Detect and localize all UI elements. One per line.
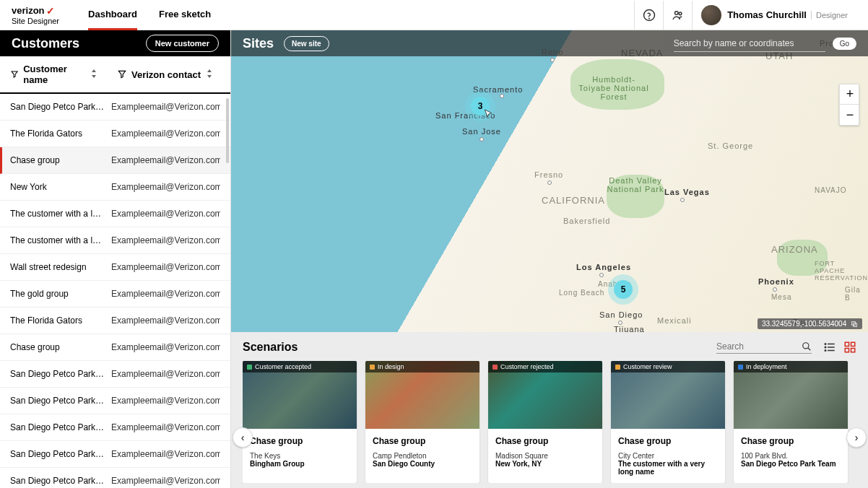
scenario-card[interactable]: Customer rejectedChase groupMadison Squa… [488,361,602,483]
scenario-card[interactable]: Customer acceptedChase groupThe KeysBing… [243,361,357,483]
customer-row[interactable]: Chase groupExampleemail@Verizon.com [0,147,230,174]
new-customer-button[interactable]: New customer [146,35,219,52]
scenario-title: Chase group [618,436,718,446]
sites-search-input[interactable] [674,35,825,52]
customer-name: San Diego Petco Park team [10,422,111,432]
help-icon [643,9,656,22]
nav-tab-dashboard[interactable]: Dashboard [88,0,137,30]
team-button[interactable] [663,1,692,30]
scenario-status: In deployment [734,361,848,372]
customer-row[interactable]: The Florida GatorsExampleemail@Verizon.c… [0,308,230,334]
coordinates-badge: 33.3245579,-100.5634004 [758,318,862,329]
map-label: Los Angeles [576,263,631,271]
scenarios-search-input[interactable] [716,341,796,352]
customer-email: Exampleemail@Verizon.com [111,476,220,486]
brand-name: verizon [12,5,45,16]
city-dot [550,58,555,62]
customer-name: The gold group [10,289,111,299]
scenarios-next-button[interactable]: › [846,427,867,448]
scenarios-search[interactable] [716,341,812,354]
customer-email: Exampleemail@Verizon.com [111,128,220,139]
customer-row[interactable]: San Diego Petco Park teamExampleemail@Ve… [0,441,230,468]
nav-tab-freesketch[interactable]: Free sketch [159,0,211,30]
customer-row[interactable]: The customer with a long nam...Exampleem… [0,201,230,227]
scenarios-prev-button[interactable]: ‹ [233,427,253,448]
map-canvas[interactable]: Reno NEVADA UTAH Provo Sacramento San Fr… [231,30,868,332]
customer-email: Exampleemail@Verizon.com [111,102,220,112]
zoom-controls: + − [839,84,859,126]
customer-row[interactable]: The customer with a long nam...Exampleem… [0,227,230,254]
avatar [701,5,721,25]
customer-row[interactable]: San Diego Petco Park teamExampleemail@Ve… [0,94,230,121]
map-label: Phoenix [758,277,794,286]
map-cluster[interactable]: 5 [614,280,633,299]
customer-row[interactable]: San Diego Petco Park teamExampleemail@Ve… [0,361,230,388]
scenario-customer: San Diego County [373,460,472,468]
scenarios-title: Scenarios [243,341,298,354]
filter-verizon-contact[interactable]: Verizon contact [107,56,230,92]
list-view-button[interactable] [823,341,836,354]
scenario-title: Chase group [495,436,595,446]
sidebar-title: Customers [12,36,146,51]
filter-row: Customer name Verizon contact [0,56,230,94]
customer-name: San Diego Petco Park team [10,396,111,406]
svg-point-3 [679,12,682,14]
filter-icon [10,69,19,79]
copy-icon[interactable] [851,321,858,328]
customer-row[interactable]: San Diego Petco Park teamExampleemail@Ve… [0,468,230,488]
customer-row[interactable]: The Florida GatorsExampleemail@Verizon.c… [0,121,230,147]
customer-name: The Florida Gators [10,315,111,326]
map-label: ARIZONA [771,244,818,255]
svg-point-10 [825,344,826,345]
map-label: Bakersfield [563,217,610,225]
customer-row[interactable]: Wall street redesignExampleemail@Verizon… [0,254,230,281]
scenario-card[interactable]: Customer reviewChase groupCity CenterThe… [611,361,725,483]
scenario-customer: The customer with a very long name [618,460,718,476]
scenario-status: Customer review [611,361,725,372]
scenario-thumbnail: Customer accepted [243,361,357,429]
cursor-icon [482,108,494,120]
customer-row[interactable]: New YorkExampleemail@Verizon.com [0,174,230,201]
zoom-in-button[interactable]: + [840,84,860,105]
grid-view-button[interactable] [843,341,856,354]
map-label: San Diego [599,310,643,319]
sort-icon [207,69,212,79]
go-button[interactable]: Go [833,38,856,50]
filter-icon [117,69,127,79]
scenario-customer: Bingham Group [250,460,350,468]
customer-name: Chase group [10,342,111,352]
customer-row[interactable]: Chase groupExampleemail@Verizon.com [0,334,230,361]
customer-list[interactable]: San Diego Petco Park teamExampleemail@Ve… [0,94,230,488]
city-dot [479,137,484,141]
map-label: San Jose [462,127,501,136]
svg-point-2 [674,11,678,14]
city-dot [773,287,777,292]
scenario-thumbnail: Customer review [611,361,725,429]
scenario-card[interactable]: In designChase groupCamp PendletonSan Di… [365,361,479,483]
help-button[interactable] [634,1,663,30]
scrollbar-thumb[interactable] [226,98,229,163]
people-icon [672,9,685,22]
customer-row[interactable]: San Diego Petco Park teamExampleemail@Ve… [0,414,230,441]
scenario-thumbnail: In deployment [734,361,848,429]
city-dot [547,180,552,185]
customer-row[interactable]: The gold groupExampleemail@Verizon.com [0,281,230,308]
map-label: Humboldt-Toiyabe National Forest [578,75,650,101]
customer-name: San Diego Petco Park team [10,476,111,486]
customer-email: Exampleemail@Verizon.com [111,182,220,192]
user-name: Thomas Churchill [727,9,807,20]
svg-point-11 [825,347,826,348]
filter-customer-name[interactable]: Customer name [0,56,107,92]
map-label: Death Valley National Park [607,176,664,193]
user-menu[interactable]: Thomas Churchill Designer [692,1,856,30]
zoom-out-button[interactable]: − [840,105,860,125]
new-site-button[interactable]: New site [284,36,329,51]
sites-title: Sites [243,36,274,51]
map-label: Mexicali [657,316,692,325]
map-label: Tijuana [614,325,645,332]
scenario-card[interactable]: In deploymentChase group100 Park Blvd.Sa… [734,361,848,483]
scenario-location: The Keys [250,452,350,460]
customer-email: Exampleemail@Verizon.com [111,396,220,406]
scenario-title: Chase group [741,436,841,446]
customer-row[interactable]: San Diego Petco Park teamExampleemail@Ve… [0,388,230,414]
